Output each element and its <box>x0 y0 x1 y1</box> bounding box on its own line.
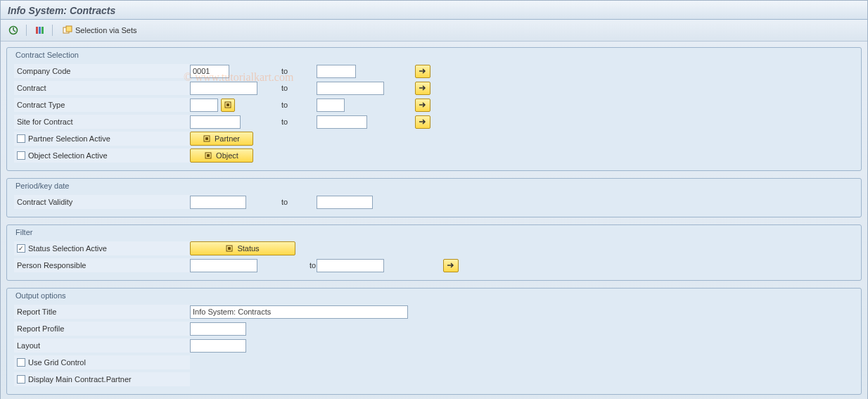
row-site: Site for Contract to <box>14 114 854 129</box>
row-partner-active: Partner Selection Active Partner <box>14 131 854 146</box>
status-button-label: Status <box>237 244 259 253</box>
to-label: to <box>260 118 317 126</box>
row-validity: Contract Validity to <box>14 194 854 210</box>
partner-active-checkbox[interactable] <box>17 134 25 143</box>
row-contract: Contract to <box>14 80 854 96</box>
contract-type-from-input[interactable] <box>190 99 218 112</box>
report-profile-input[interactable] <box>190 322 246 336</box>
contract-to-input[interactable] <box>317 82 384 95</box>
partner-button-label: Partner <box>215 134 240 143</box>
label-layout: Layout <box>14 338 190 353</box>
execute-button[interactable] <box>6 23 20 37</box>
object-active-text: Object Selection Active <box>28 148 108 163</box>
validity-from-input[interactable] <box>190 196 246 209</box>
label-object-active: Object Selection Active <box>14 148 190 163</box>
row-company-code: Company Code to <box>14 63 854 79</box>
legend-filter: Filter <box>15 228 854 236</box>
label-person: Person Responsible <box>14 258 190 272</box>
selection-via-sets-label: Selection via Sets <box>75 26 136 34</box>
group-period: Period/key date Contract Validity to <box>6 178 862 217</box>
svg-rect-15 <box>228 247 231 250</box>
status-active-text: Status Selection Active <box>28 241 107 255</box>
svg-rect-5 <box>42 27 44 34</box>
row-grid: Use Grid Control <box>14 355 854 370</box>
contract-from-input[interactable] <box>190 82 257 95</box>
display-main-checkbox[interactable] <box>17 375 25 384</box>
toolbar-separator <box>26 25 27 36</box>
svg-rect-4 <box>39 27 41 34</box>
to-label: to <box>260 198 317 206</box>
contract-type-to-input[interactable] <box>317 99 345 112</box>
label-validity: Contract Validity <box>14 195 190 209</box>
object-button[interactable]: Object <box>190 148 253 163</box>
label-display-main: Display Main Contract.Partner <box>14 372 190 386</box>
svg-rect-11 <box>205 137 208 140</box>
label-contract-type: Contract Type <box>14 98 190 112</box>
person-more-button[interactable] <box>443 259 459 272</box>
toolbar-separator <box>52 25 53 36</box>
svg-line-2 <box>13 30 15 32</box>
label-contract: Contract <box>14 81 190 95</box>
object-active-checkbox[interactable] <box>17 151 25 160</box>
toolbar: Selection via Sets <box>1 20 867 42</box>
to-label: to <box>260 101 317 109</box>
legend-period: Period/key date <box>15 182 854 190</box>
row-report-profile: Report Profile <box>14 321 854 336</box>
to-label: to <box>260 67 317 75</box>
row-status-active: ✓ Status Selection Active Status <box>14 241 854 256</box>
group-filter: Filter ✓ Status Selection Active Status … <box>6 224 862 281</box>
object-button-label: Object <box>216 151 238 160</box>
group-output: Output options Report Title Report Profi… <box>6 288 862 395</box>
status-active-checkbox[interactable]: ✓ <box>17 244 25 253</box>
label-grid: Use Grid Control <box>14 355 190 369</box>
row-contract-type: Contract Type to <box>14 97 854 113</box>
layout-input[interactable] <box>190 339 246 353</box>
validity-to-input[interactable] <box>317 196 373 209</box>
person-to-input[interactable] <box>317 259 384 272</box>
contract-type-search-help-button[interactable] <box>221 99 235 112</box>
label-company-code: Company Code <box>14 64 190 78</box>
company-code-more-button[interactable] <box>415 65 430 78</box>
row-report-title: Report Title <box>14 304 854 319</box>
window: Info System: Contracts Selection via Set… <box>0 0 868 399</box>
to-label: to <box>260 261 317 270</box>
legend-output: Output options <box>15 291 854 300</box>
partner-active-text: Partner Selection Active <box>28 132 110 146</box>
grid-text: Use Grid Control <box>28 355 86 369</box>
legend-contract-selection: Contract Selection <box>15 51 854 59</box>
site-from-input[interactable] <box>190 115 241 129</box>
row-layout: Layout <box>14 338 854 353</box>
company-code-to-input[interactable] <box>317 65 356 78</box>
partner-button[interactable]: Partner <box>190 132 253 146</box>
group-contract-selection: Contract Selection Company Code to Contr… <box>6 47 862 171</box>
contract-type-more-button[interactable] <box>415 99 430 112</box>
label-status-active: ✓ Status Selection Active <box>14 241 190 255</box>
person-from-input[interactable] <box>190 259 257 272</box>
label-partner-active: Partner Selection Active <box>14 132 190 146</box>
svg-rect-9 <box>226 103 229 106</box>
grid-checkbox[interactable] <box>17 358 25 367</box>
label-report-profile: Report Profile <box>14 322 190 336</box>
content: © www.tutorialkart.com Contract Selectio… <box>1 42 867 399</box>
report-title-input[interactable] <box>190 305 408 319</box>
row-person: Person Responsible to <box>14 258 854 273</box>
contract-more-button[interactable] <box>415 82 430 95</box>
label-report-title: Report Title <box>14 305 190 319</box>
company-code-from-input[interactable] <box>190 65 229 78</box>
page-title: Info System: Contracts <box>1 1 867 20</box>
svg-rect-7 <box>66 26 72 32</box>
row-display-main: Display Main Contract.Partner <box>14 372 854 387</box>
site-more-button[interactable] <box>415 115 430 129</box>
svg-rect-13 <box>207 154 210 157</box>
display-main-text: Display Main Contract.Partner <box>28 372 132 386</box>
row-object-active: Object Selection Active Object <box>14 148 854 163</box>
to-label: to <box>260 84 317 92</box>
variant-icon[interactable] <box>32 23 46 37</box>
status-button[interactable]: Status <box>190 241 295 255</box>
svg-rect-3 <box>36 27 38 34</box>
site-to-input[interactable] <box>317 115 367 129</box>
label-site: Site for Contract <box>14 115 190 129</box>
selection-via-sets-button[interactable]: Selection via Sets <box>58 24 141 37</box>
